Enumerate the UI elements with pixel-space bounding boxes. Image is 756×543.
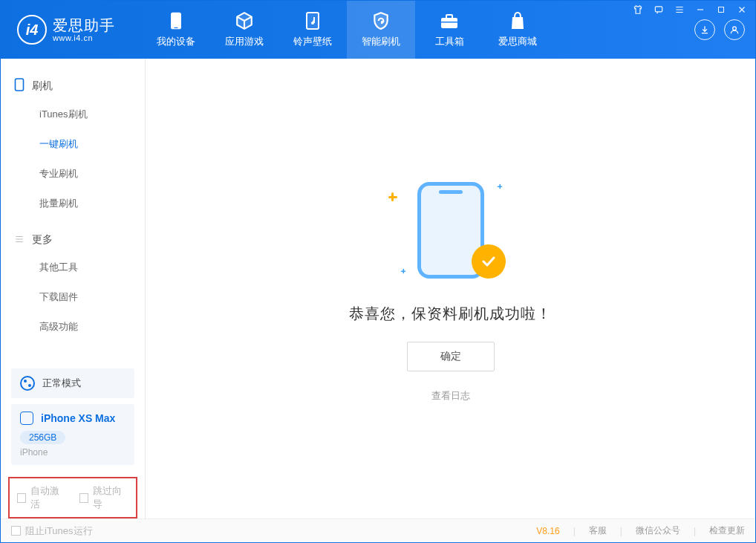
shield-refresh-icon xyxy=(371,11,391,30)
phone-icon xyxy=(14,78,25,94)
sidebar-item-itunes-flash[interactable]: iTunes刷机 xyxy=(1,100,145,129)
checkbox-auto-activate[interactable]: 自动激活 xyxy=(17,484,66,511)
sparkle-icon xyxy=(497,184,502,189)
device-storage: 256GB xyxy=(20,431,65,444)
mode-icon xyxy=(20,376,35,391)
sidebar-item-other-tools[interactable]: 其他工具 xyxy=(1,253,145,282)
nav-tabs: 我的设备 应用游戏 铃声壁纸 智能刷机 工具箱 爱思商城 xyxy=(142,1,552,59)
svg-rect-5 xyxy=(441,18,457,28)
tab-label: 应用游戏 xyxy=(225,35,264,48)
tab-label: 爱思商城 xyxy=(498,35,537,48)
tab-my-device[interactable]: 我的设备 xyxy=(142,1,210,59)
logo: i4 爱思助手 www.i4.cn xyxy=(1,1,142,59)
sidebar-item-download-firmware[interactable]: 下载固件 xyxy=(1,282,145,312)
tab-apps-games[interactable]: 应用游戏 xyxy=(210,1,278,59)
checkbox-label: 跳过向导 xyxy=(93,484,128,511)
skin-icon[interactable] xyxy=(632,4,644,16)
svg-rect-7 xyxy=(441,22,457,23)
checkbox-label: 自动激活 xyxy=(30,484,66,511)
tab-label: 我的设备 xyxy=(157,35,195,48)
sidebar-item-pro-flash[interactable]: 专业刷机 xyxy=(1,159,145,189)
account-button[interactable] xyxy=(724,19,745,40)
sparkle-icon xyxy=(388,192,397,201)
checkbox-skip-guide[interactable]: 跳过向导 xyxy=(79,484,128,511)
svg-rect-1 xyxy=(719,7,724,13)
footer-link-support[interactable]: 客服 xyxy=(589,524,607,537)
separator: | xyxy=(573,526,576,536)
cube-icon xyxy=(235,11,254,30)
check-badge-icon xyxy=(472,244,506,279)
list-icon xyxy=(14,234,25,247)
checkbox-icon xyxy=(17,493,26,503)
svg-rect-3 xyxy=(174,27,177,28)
app-url: www.i4.cn xyxy=(53,33,115,42)
tab-smart-flash[interactable]: 智能刷机 xyxy=(347,1,415,59)
minimize-icon[interactable] xyxy=(694,4,706,16)
svg-point-8 xyxy=(733,27,737,30)
sidebar-group-flash: 刷机 xyxy=(1,72,145,100)
sidebar-group-more: 更多 xyxy=(1,227,145,253)
separator: | xyxy=(694,526,696,536)
tab-label: 铃声壁纸 xyxy=(293,35,332,48)
feedback-icon[interactable] xyxy=(653,4,665,16)
music-file-icon xyxy=(303,11,322,30)
mode-label: 正常模式 xyxy=(42,377,81,390)
sidebar-item-batch-flash[interactable]: 批量刷机 xyxy=(1,189,145,218)
svg-rect-9 xyxy=(16,79,24,91)
checkbox-icon xyxy=(11,526,21,536)
maximize-icon[interactable] xyxy=(715,4,727,16)
header: i4 爱思助手 www.i4.cn 我的设备 应用游戏 铃声壁纸 智能刷机 工具… xyxy=(1,1,755,59)
toolbox-icon xyxy=(440,11,459,30)
sidebar-item-advanced[interactable]: 高级功能 xyxy=(1,312,145,342)
device-icon xyxy=(166,11,186,30)
mode-card[interactable]: 正常模式 xyxy=(11,368,134,398)
bag-icon xyxy=(508,11,527,30)
checkbox-block-itunes[interactable]: 阻止iTunes运行 xyxy=(11,524,93,538)
main-content: 恭喜您，保资料刷机成功啦！ 确定 查看日志 xyxy=(146,59,755,518)
sidebar-item-oneclick-flash[interactable]: 一键刷机 xyxy=(1,129,145,159)
device-icon xyxy=(20,412,33,425)
tab-ringtones-wallpaper[interactable]: 铃声壁纸 xyxy=(278,1,347,59)
close-icon[interactable] xyxy=(736,4,748,16)
footer-link-wechat[interactable]: 微信公众号 xyxy=(636,524,680,537)
device-name: iPhone XS Max xyxy=(41,412,115,424)
sidebar-group-title: 更多 xyxy=(32,233,53,247)
sidebar: 刷机 iTunes刷机 一键刷机 专业刷机 批量刷机 更多 其他工具 下载固件 … xyxy=(1,59,146,518)
tab-label: 工具箱 xyxy=(435,35,464,48)
svg-rect-6 xyxy=(446,15,452,19)
menu-icon[interactable] xyxy=(674,4,685,16)
app-title: 爱思助手 xyxy=(53,17,115,33)
device-type: iPhone xyxy=(20,447,126,458)
svg-rect-4 xyxy=(307,13,319,29)
success-illustration xyxy=(391,175,510,286)
tab-toolbox[interactable]: 工具箱 xyxy=(415,1,483,59)
checkbox-label: 阻止iTunes运行 xyxy=(25,524,93,538)
version-label: V8.16 xyxy=(536,526,559,536)
confirm-button[interactable]: 确定 xyxy=(407,342,495,371)
tab-store[interactable]: 爱思商城 xyxy=(483,1,552,59)
download-button[interactable] xyxy=(694,19,715,40)
footer-link-update[interactable]: 检查更新 xyxy=(709,524,745,537)
footer: 阻止iTunes运行 V8.16 | 客服 | 微信公众号 | 检查更新 xyxy=(1,518,755,542)
logo-icon: i4 xyxy=(17,15,47,45)
view-log-link[interactable]: 查看日志 xyxy=(431,389,470,403)
checkbox-icon xyxy=(79,493,88,503)
titlebar-controls xyxy=(632,4,748,16)
options-highlight-box: 自动激活 跳过向导 xyxy=(8,477,137,518)
device-card[interactable]: iPhone XS Max 256GB iPhone xyxy=(11,404,134,465)
svg-rect-2 xyxy=(171,13,181,30)
separator: | xyxy=(620,526,622,536)
sidebar-group-title: 刷机 xyxy=(32,79,53,93)
success-message: 恭喜您，保资料刷机成功啦！ xyxy=(349,304,552,324)
sparkle-icon xyxy=(400,269,405,274)
tab-label: 智能刷机 xyxy=(362,35,400,48)
svg-rect-0 xyxy=(655,7,662,12)
